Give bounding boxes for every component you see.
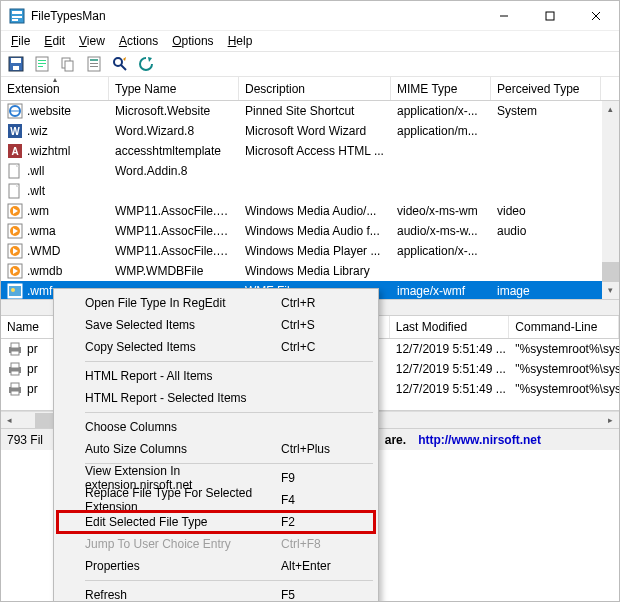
- svg-rect-14: [38, 66, 43, 67]
- menu-item-label: HTML Report - Selected Items: [85, 391, 281, 405]
- refresh-icon[interactable]: [135, 53, 157, 75]
- copy-icon[interactable]: [57, 53, 79, 75]
- svg-rect-5: [546, 12, 554, 20]
- lower-column-last-modified[interactable]: Last Modified: [390, 316, 510, 338]
- svg-rect-19: [90, 63, 98, 64]
- menu-item-shortcut: Ctrl+F8: [281, 537, 351, 551]
- svg-rect-10: [13, 66, 19, 70]
- menu-item-label: Jump To User Choice Entry: [85, 537, 281, 551]
- svg-rect-40: [9, 286, 21, 296]
- ext-cell: .wm: [1, 203, 109, 219]
- menu-item-label: Save Selected Items: [85, 318, 281, 332]
- html-report-icon[interactable]: [31, 53, 53, 75]
- perc-cell: System: [491, 104, 601, 118]
- properties-icon[interactable]: [83, 53, 105, 75]
- scroll-up-icon[interactable]: ▴: [602, 101, 619, 118]
- column-description[interactable]: Description: [239, 77, 391, 100]
- menu-item-label: Properties: [85, 559, 281, 573]
- save-icon[interactable]: [5, 53, 27, 75]
- svg-rect-16: [65, 61, 73, 71]
- menu-item[interactable]: HTML Report - Selected Items: [57, 387, 375, 409]
- menu-item[interactable]: Replace File Type For Selected Extension…: [57, 489, 375, 511]
- menu-item[interactable]: HTML Report - All Items: [57, 365, 375, 387]
- svg-rect-46: [11, 363, 19, 368]
- table-row[interactable]: .WMDWMP11.AssocFile.W...Windows Media Pl…: [1, 241, 619, 261]
- find-icon[interactable]: [109, 53, 131, 75]
- menu-options[interactable]: Options: [166, 32, 219, 50]
- perc-cell: audio: [491, 224, 601, 238]
- menu-help[interactable]: Help: [222, 32, 259, 50]
- sort-ascending-icon: ▴: [53, 75, 57, 84]
- svg-rect-44: [11, 351, 19, 355]
- menu-actions[interactable]: Actions: [113, 32, 164, 50]
- menu-item-label: Auto Size Columns: [85, 442, 281, 456]
- menu-item[interactable]: Auto Size ColumnsCtrl+Plus: [57, 438, 375, 460]
- mime-cell: video/x-ms-wm: [391, 204, 491, 218]
- column-perceived-type[interactable]: Perceived Type: [491, 77, 601, 100]
- menu-item-label: Open File Type In RegEdit: [85, 296, 281, 310]
- menu-item-label: Copy Selected Items: [85, 340, 281, 354]
- menu-file[interactable]: File: [5, 32, 36, 50]
- scroll-right-icon[interactable]: ▸: [602, 415, 619, 425]
- desc-cell: Microsoft Access HTML ...: [239, 144, 391, 158]
- menu-view[interactable]: View: [73, 32, 111, 50]
- table-row[interactable]: A.wizhtmlaccesshtmltemplateMicrosoft Acc…: [1, 141, 619, 161]
- app-icon: [9, 8, 25, 24]
- table-row[interactable]: .wmWMP11.AssocFile.ASFWindows Media Audi…: [1, 201, 619, 221]
- table-row[interactable]: .wmaWMP11.AssocFile.W...Windows Media Au…: [1, 221, 619, 241]
- table-row[interactable]: W.wizWord.Wizard.8Microsoft Word Wizarda…: [1, 121, 619, 141]
- menu-separator: [85, 412, 373, 413]
- ext-cell: .wll: [1, 163, 109, 179]
- lower-column-command-line[interactable]: Command-Line: [509, 316, 619, 338]
- svg-rect-20: [90, 66, 98, 67]
- svg-point-41: [11, 288, 15, 292]
- vertical-scrollbar[interactable]: ▴ ▾: [602, 101, 619, 299]
- ext-cell: .website: [1, 103, 109, 119]
- minimize-button[interactable]: [481, 1, 527, 31]
- perc-cell: image: [491, 284, 601, 298]
- maximize-button[interactable]: [527, 1, 573, 31]
- context-menu[interactable]: Open File Type In RegEditCtrl+RSave Sele…: [53, 288, 379, 602]
- menu-item-shortcut: Ctrl+C: [281, 340, 351, 354]
- menu-item[interactable]: Save Selected ItemsCtrl+S: [57, 314, 375, 336]
- menu-item-label: Replace File Type For Selected Extension: [85, 486, 281, 514]
- close-button[interactable]: [573, 1, 619, 31]
- menu-item[interactable]: Edit Selected File TypeF2: [57, 511, 375, 533]
- command-line-cell: "%systemroot%\sys: [509, 362, 619, 376]
- column-extension[interactable]: Extension ▴: [1, 77, 109, 100]
- list-body[interactable]: ▴ ▾ .websiteMicrosoft.WebsitePinned Site…: [1, 101, 619, 299]
- menu-item-shortcut: F9: [281, 471, 351, 485]
- menu-item-label: Choose Columns: [85, 420, 281, 434]
- mime-cell: application/m...: [391, 124, 491, 138]
- menu-edit[interactable]: Edit: [38, 32, 71, 50]
- table-row[interactable]: .wllWord.Addin.8: [1, 161, 619, 181]
- menu-item[interactable]: RefreshF5: [57, 584, 375, 602]
- scroll-thumb[interactable]: [602, 262, 619, 282]
- menu-item[interactable]: Copy Selected ItemsCtrl+C: [57, 336, 375, 358]
- menu-item[interactable]: Open File Type In RegEditCtrl+R: [57, 292, 375, 314]
- svg-text:W: W: [10, 126, 20, 137]
- type-cell: WMP.WMDBFile: [109, 264, 239, 278]
- ext-cell: A.wizhtml: [1, 143, 109, 159]
- titlebar: FileTypesMan: [1, 1, 619, 31]
- type-cell: WMP11.AssocFile.W...: [109, 224, 239, 238]
- table-row[interactable]: .wlt: [1, 181, 619, 201]
- ext-cell: .wmdb: [1, 263, 109, 279]
- ext-cell: .wlt: [1, 183, 109, 199]
- scroll-left-icon[interactable]: ◂: [1, 415, 18, 425]
- table-row[interactable]: .websiteMicrosoft.WebsitePinned Site Sho…: [1, 101, 619, 121]
- table-row[interactable]: .wmdbWMP.WMDBFileWindows Media Library: [1, 261, 619, 281]
- nirsoft-link[interactable]: http://www.nirsoft.net: [418, 433, 541, 447]
- column-mime-type[interactable]: MIME Type: [391, 77, 491, 100]
- column-type-name[interactable]: Type Name: [109, 77, 239, 100]
- mime-cell: application/x-...: [391, 244, 491, 258]
- type-cell: Word.Wizard.8: [109, 124, 239, 138]
- menu-item-shortcut: Ctrl+R: [281, 296, 351, 310]
- scroll-down-icon[interactable]: ▾: [602, 282, 619, 299]
- command-line-cell: "%systemroot%\sys: [509, 342, 619, 356]
- menu-item-label: Refresh: [85, 588, 281, 602]
- menu-item[interactable]: Choose Columns: [57, 416, 375, 438]
- svg-rect-13: [38, 63, 46, 64]
- menu-item[interactable]: PropertiesAlt+Enter: [57, 555, 375, 577]
- svg-rect-3: [12, 19, 18, 21]
